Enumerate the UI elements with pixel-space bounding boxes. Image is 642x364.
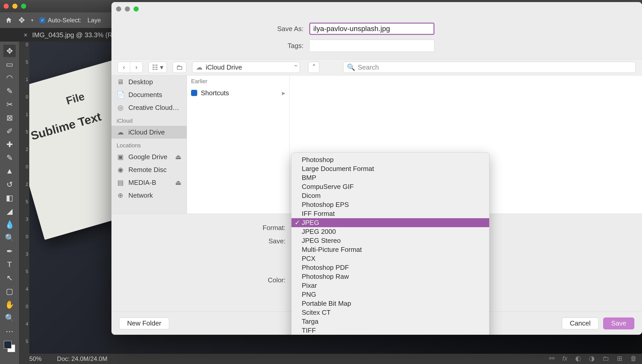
crop-tool[interactable]: ✂ bbox=[3, 98, 16, 110]
sidebar-item-icon: ▣ bbox=[117, 153, 124, 161]
ruler-tick: 0 bbox=[19, 304, 29, 309]
sidebar-item-creativecloud[interactable]: ◎Creative Cloud… bbox=[111, 101, 187, 114]
format-option-largedocumentformat[interactable]: Large Document Format bbox=[291, 164, 489, 173]
sidebar-item-iclouddrive[interactable]: ☁︎iCloud Drive bbox=[111, 126, 187, 139]
history-brush-tool[interactable]: ↺ bbox=[3, 178, 16, 190]
format-option-photoshoppdf[interactable]: Photoshop PDF bbox=[291, 263, 489, 272]
sidebar-item-icon: 📄 bbox=[117, 91, 124, 99]
link-icon[interactable]: ⚯ bbox=[549, 355, 555, 362]
format-option-scitexct[interactable]: Scitex CT bbox=[291, 308, 489, 317]
ruler-tick: 5 bbox=[19, 60, 29, 65]
quick-select-tool[interactable]: ✎ bbox=[3, 85, 16, 97]
zoom-tool[interactable]: 🔍 bbox=[3, 312, 16, 324]
new-layer-icon[interactable]: ⊞ bbox=[617, 355, 622, 362]
format-option-jpeg[interactable]: JPEG bbox=[291, 218, 489, 227]
sidebar-item-icon: ◎ bbox=[117, 104, 124, 112]
sidebar-item-label: Creative Cloud… bbox=[128, 104, 179, 112]
minimize-icon[interactable] bbox=[12, 4, 17, 9]
format-option-tiff[interactable]: TIFF bbox=[291, 326, 489, 335]
type-tool[interactable]: T bbox=[3, 258, 16, 271]
eraser-tool[interactable]: ◧ bbox=[3, 191, 16, 204]
save-as-input[interactable] bbox=[309, 23, 435, 35]
format-option-bmp[interactable]: BMP bbox=[291, 173, 489, 182]
marquee-tool[interactable]: ▭ bbox=[3, 58, 16, 70]
search-field[interactable]: 🔍 Search bbox=[343, 62, 636, 73]
lasso-tool[interactable]: ◠ bbox=[3, 71, 16, 84]
more-tools[interactable]: ⋯ bbox=[3, 325, 16, 337]
chevron-down-icon[interactable]: ▾ bbox=[31, 17, 33, 23]
tab-close-icon[interactable]: × bbox=[24, 31, 27, 39]
status-zoom[interactable]: 50% bbox=[29, 355, 42, 362]
sidebar-item-remotedisc[interactable]: ◉Remote Disc bbox=[111, 163, 187, 176]
layer-dropdown[interactable]: Laye bbox=[88, 17, 101, 24]
nav-forward-button[interactable]: › bbox=[130, 62, 143, 73]
mask-icon[interactable]: ◐ bbox=[575, 355, 581, 362]
col2-item-shortcuts[interactable]: Shortcuts ▸ bbox=[187, 87, 289, 99]
vertical-ruler: 05101520253035404550556065707580 bbox=[19, 42, 29, 364]
sidebar-item-mediab[interactable]: ▤MEDIA-B⏏ bbox=[111, 176, 187, 189]
shape-tool[interactable]: ▢ bbox=[3, 285, 16, 297]
view-mode-segment[interactable]: ☷ ▾ bbox=[148, 62, 167, 73]
format-popup[interactable]: PhotoshopLarge Document FormatBMPCompuSe… bbox=[291, 152, 489, 335]
format-option-png[interactable]: PNG bbox=[291, 290, 489, 299]
eject-icon[interactable]: ⏏ bbox=[175, 179, 182, 187]
ruler-tick: 3 bbox=[19, 252, 29, 257]
tags-input[interactable] bbox=[309, 40, 435, 52]
move-tool-icon[interactable]: ✥ bbox=[18, 16, 25, 25]
dialog-zoom-icon[interactable] bbox=[134, 6, 139, 12]
trash-icon[interactable]: 🗑 bbox=[630, 355, 637, 362]
fx-icon[interactable]: fx bbox=[562, 355, 568, 362]
sidebar-item-label: Network bbox=[128, 191, 153, 199]
hand-tool[interactable]: ✋ bbox=[3, 298, 16, 311]
brush-tool[interactable]: ✎ bbox=[3, 151, 16, 164]
healing-tool[interactable]: ✚ bbox=[3, 138, 16, 150]
eyedropper-tool[interactable]: ✐ bbox=[3, 125, 16, 137]
location-popup[interactable]: ☁︎ iCloud Drive ˄˅ bbox=[192, 62, 300, 73]
search-icon: 🔍 bbox=[347, 63, 355, 71]
format-option-jpegstereo[interactable]: JPEG Stereo bbox=[291, 236, 489, 245]
sidebar-item-documents[interactable]: 📄Documents bbox=[111, 88, 187, 101]
format-option-jpeg2000[interactable]: JPEG 2000 bbox=[291, 227, 489, 236]
color-swatches[interactable] bbox=[3, 340, 16, 353]
adjustment-icon[interactable]: ◑ bbox=[589, 355, 595, 362]
sidebar-item-desktop[interactable]: 🖥Desktop bbox=[111, 75, 187, 88]
format-option-pcx[interactable]: PCX bbox=[291, 254, 489, 263]
eject-icon[interactable]: ⏏ bbox=[175, 153, 182, 161]
format-option-photoshopeps[interactable]: Photoshop EPS bbox=[291, 200, 489, 209]
cancel-button[interactable]: Cancel bbox=[562, 318, 599, 329]
blur-tool[interactable]: 💧 bbox=[3, 218, 16, 231]
format-option-compuservegif[interactable]: CompuServe GIF bbox=[291, 182, 489, 191]
format-option-multipictureformat[interactable]: Multi-Picture Format bbox=[291, 245, 489, 254]
folder-icon[interactable]: 🗀 bbox=[602, 355, 609, 362]
sidebar-item-icon: ◉ bbox=[117, 166, 124, 174]
format-option-photoshop[interactable]: Photoshop bbox=[291, 155, 489, 164]
auto-select-checkbox[interactable]: ✓ bbox=[40, 17, 45, 23]
format-option-pixar[interactable]: Pixar bbox=[291, 281, 489, 290]
move-tool[interactable]: ✥ bbox=[3, 45, 16, 57]
new-folder-button[interactable]: New Folder bbox=[119, 318, 169, 329]
pen-tool[interactable]: ✒ bbox=[3, 245, 16, 257]
ruler-tick: 0 bbox=[19, 164, 29, 170]
zoom-icon[interactable] bbox=[21, 4, 26, 9]
format-option-photoshopraw[interactable]: Photoshop Raw bbox=[291, 272, 489, 281]
sidebar-item-label: Desktop bbox=[128, 78, 153, 86]
home-icon[interactable] bbox=[5, 17, 12, 24]
close-icon[interactable] bbox=[4, 4, 9, 9]
format-option-dicom[interactable]: Dicom bbox=[291, 191, 489, 200]
gradient-tool[interactable]: ◢ bbox=[3, 205, 16, 217]
path-select-tool[interactable]: ↖ bbox=[3, 272, 16, 284]
format-option-portablebitmap[interactable]: Portable Bit Map bbox=[291, 299, 489, 308]
action-menu-button[interactable]: 🗀 bbox=[173, 62, 186, 73]
collapse-button[interactable]: ˄ bbox=[308, 62, 319, 73]
stamp-tool[interactable]: ▲ bbox=[3, 165, 16, 177]
sidebar-item-googledrive[interactable]: ▣Google Drive⏏ bbox=[111, 150, 187, 163]
dodge-tool[interactable]: 🔍 bbox=[3, 232, 16, 244]
sidebar-item-network[interactable]: ⊕Network bbox=[111, 189, 187, 202]
format-option-targa[interactable]: Targa bbox=[291, 317, 489, 326]
frame-tool[interactable]: ⊠ bbox=[3, 111, 16, 124]
format-option-iffformat[interactable]: IFF Format bbox=[291, 209, 489, 218]
tools-panel: ✥ ▭ ◠ ✎ ✂ ⊠ ✐ ✚ ✎ ▲ ↺ ◧ ◢ 💧 🔍 ✒ T ↖ ▢ ✋ … bbox=[0, 42, 19, 364]
sidebar-item-label: Remote Disc bbox=[128, 166, 167, 174]
save-button[interactable]: Save bbox=[603, 318, 634, 329]
nav-back-button[interactable]: ‹ bbox=[118, 62, 130, 73]
